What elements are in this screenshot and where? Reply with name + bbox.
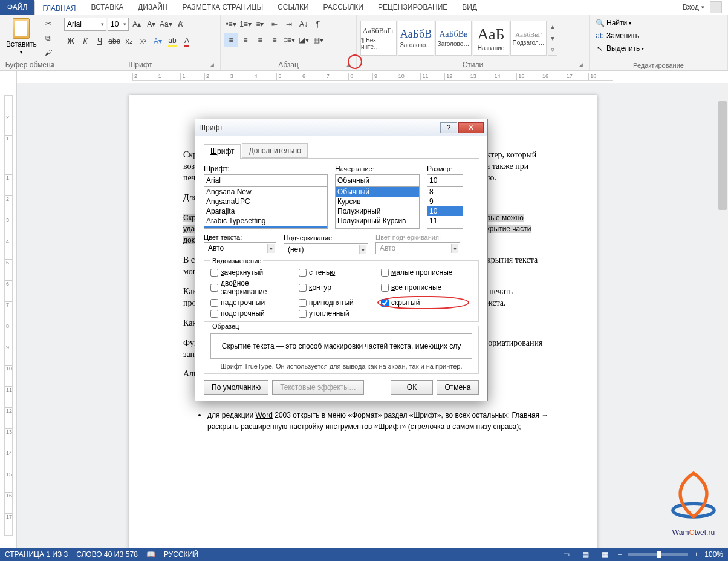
- status-proofing[interactable]: 📖: [146, 550, 155, 559]
- line-spacing-button[interactable]: ‡≡▾: [282, 33, 296, 47]
- tab-home[interactable]: ГЛАВНАЯ: [34, 1, 83, 15]
- list-item[interactable]: 8: [427, 187, 463, 197]
- launcher-icon[interactable]: ◢: [577, 62, 584, 69]
- bold-button[interactable]: Ж: [64, 34, 77, 48]
- zoom-value[interactable]: 100%: [704, 550, 723, 559]
- grow-font-button[interactable]: A▴: [130, 18, 143, 31]
- align-right-button[interactable]: ≡: [253, 33, 267, 47]
- tab-review[interactable]: РЕЦЕНЗИРОВАНИЕ: [371, 0, 455, 15]
- help-button[interactable]: ?: [440, 122, 457, 133]
- indent-button[interactable]: ⇥: [282, 18, 296, 31]
- check-engrave[interactable]: утопленный: [299, 309, 377, 318]
- justify-button[interactable]: ≡: [268, 33, 281, 47]
- align-center-button[interactable]: ≡: [239, 33, 252, 47]
- format-painter-button[interactable]: 🖌: [42, 46, 55, 59]
- check-smallcaps[interactable]: малые прописные: [381, 268, 466, 277]
- tab-references[interactable]: ССЫЛКИ: [270, 0, 316, 15]
- check-super[interactable]: надстрочный: [210, 298, 295, 307]
- outdent-button[interactable]: ⇤: [268, 18, 281, 31]
- launcher-icon[interactable]: ◢: [208, 62, 215, 69]
- replace-button[interactable]: abЗаменить: [593, 30, 641, 42]
- sort-button[interactable]: A↓: [297, 18, 310, 31]
- clear-formatting-button[interactable]: A̷: [174, 18, 187, 31]
- check-hidden[interactable]: скрытый: [381, 298, 466, 307]
- list-item[interactable]: AngsanaUPC: [204, 197, 327, 206]
- tab-file[interactable]: ФАЙЛ: [0, 0, 34, 15]
- account-area[interactable]: Вход ▾: [683, 0, 728, 15]
- superscript-button[interactable]: x²: [137, 34, 150, 48]
- font-color-combo[interactable]: Авто: [204, 242, 276, 254]
- launcher-icon[interactable]: ◢: [344, 62, 351, 69]
- check-outline[interactable]: контур: [299, 279, 377, 296]
- multilevel-button[interactable]: ≡▾: [253, 18, 267, 31]
- tab-mailings[interactable]: РАССЫЛКИ: [316, 0, 371, 15]
- dialog-titlebar[interactable]: Шрифт ? ✕: [195, 119, 487, 136]
- tab-layout[interactable]: РАЗМЕТКА СТРАНИЦЫ: [175, 0, 271, 15]
- font-style-input[interactable]: [335, 174, 420, 186]
- list-item[interactable]: Arial: [204, 226, 327, 229]
- tab-insert[interactable]: ВСТАВКА: [83, 0, 131, 15]
- check-emboss[interactable]: приподнятый: [299, 298, 377, 307]
- list-item[interactable]: Aparajita: [204, 206, 327, 216]
- list-item[interactable]: Обычный: [336, 187, 419, 197]
- shrink-font-button[interactable]: A▾: [145, 18, 158, 31]
- paste-button[interactable]: Вставить ▾: [4, 17, 39, 56]
- font-name-select[interactable]: Arial: [64, 18, 106, 31]
- find-button[interactable]: 🔍Найти▾: [593, 17, 633, 29]
- list-item[interactable]: Полужирный Курсив: [336, 216, 419, 226]
- subscript-button[interactable]: x₂: [122, 34, 135, 48]
- size-list[interactable]: 8 9 10 11 12: [427, 186, 463, 229]
- style-title[interactable]: АаБНазвание: [473, 21, 509, 56]
- zoom-slider[interactable]: [628, 553, 688, 556]
- launcher-icon[interactable]: ◢: [48, 62, 55, 69]
- list-item[interactable]: 12: [427, 226, 463, 229]
- list-item[interactable]: Angsana New: [204, 187, 327, 197]
- scrollbar-thumb[interactable]: [718, 101, 727, 210]
- zoom-in-button[interactable]: +: [694, 550, 698, 559]
- list-item[interactable]: 9: [427, 197, 463, 206]
- underline-button[interactable]: Ч: [93, 34, 106, 48]
- tab-design[interactable]: ДИЗАЙН: [131, 0, 175, 15]
- check-strike[interactable]: зачеркнутый: [210, 268, 295, 277]
- list-item[interactable]: Курсив: [336, 197, 419, 206]
- zoom-out-button[interactable]: −: [617, 550, 622, 559]
- align-left-button[interactable]: ≡: [224, 33, 238, 47]
- cancel-button[interactable]: Отмена: [437, 380, 479, 395]
- view-web-button[interactable]: ▦: [598, 550, 611, 559]
- style-list[interactable]: Обычный Курсив Полужирный Полужирный Кур…: [335, 186, 420, 229]
- check-allcaps[interactable]: все прописные: [381, 279, 466, 296]
- check-dstrike[interactable]: двойное зачеркивание: [210, 279, 295, 296]
- font-size-input[interactable]: [427, 174, 463, 186]
- check-sub[interactable]: подстрочный: [210, 309, 295, 318]
- font-size-select[interactable]: 10: [108, 18, 129, 31]
- close-button[interactable]: ✕: [458, 122, 484, 133]
- view-read-button[interactable]: ▭: [559, 550, 573, 559]
- highlight-button[interactable]: ab: [166, 34, 179, 48]
- list-item[interactable]: Arabic Typesetting: [204, 216, 327, 226]
- select-button[interactable]: ↖Выделить▾: [593, 42, 646, 54]
- style-normal[interactable]: АаБбВвГг¶ Без инте…: [360, 21, 397, 56]
- style-subtitle[interactable]: АаБбВвГПодзагол…: [510, 21, 547, 56]
- change-case-button[interactable]: Aa▾: [159, 18, 172, 31]
- list-item[interactable]: 10: [427, 206, 463, 216]
- text-effects-button[interactable]: A▾: [151, 34, 164, 48]
- numbering-button[interactable]: 1≡▾: [239, 18, 252, 31]
- ok-button[interactable]: ОК: [391, 380, 433, 395]
- check-shadow[interactable]: с тенью: [299, 268, 377, 277]
- font-name-input[interactable]: [204, 174, 328, 186]
- tab-view[interactable]: ВИД: [455, 0, 484, 15]
- style-heading2[interactable]: АаБбВвЗаголово…: [435, 21, 472, 56]
- underline-combo[interactable]: (нет): [284, 243, 368, 255]
- style-heading1[interactable]: АаБбВЗаголово…: [398, 21, 434, 56]
- dialog-tab-advanced[interactable]: Дополнительно: [242, 143, 307, 158]
- list-item[interactable]: 11: [427, 216, 463, 226]
- shading-button[interactable]: ◪▾: [297, 33, 310, 47]
- default-button[interactable]: По умолчанию: [204, 380, 268, 395]
- borders-button[interactable]: ▦▾: [311, 33, 325, 47]
- status-language[interactable]: РУССКИЙ: [164, 550, 198, 559]
- font-list[interactable]: Angsana New AngsanaUPC Aparajita Arabic …: [204, 186, 328, 229]
- bullets-button[interactable]: •≡▾: [224, 18, 238, 31]
- view-print-button[interactable]: ▤: [579, 550, 592, 559]
- italic-button[interactable]: К: [79, 34, 92, 48]
- list-item[interactable]: Полужирный: [336, 206, 419, 216]
